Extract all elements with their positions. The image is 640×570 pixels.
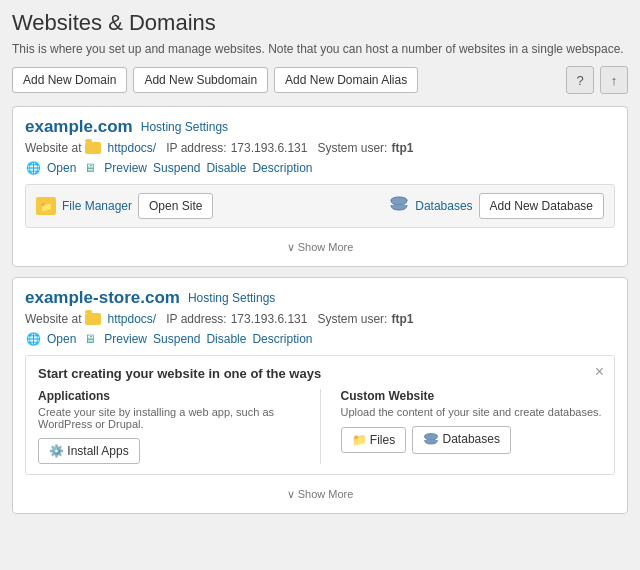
domain-header-2: example-store.com Hosting Settings [25,288,615,308]
ip-value-2: 173.193.6.131 [231,312,308,326]
custom-desc: Upload the content of your site and crea… [341,406,603,418]
help-icon: ? [576,73,583,88]
preview-link[interactable]: Preview [104,161,147,175]
add-domain-button[interactable]: Add New Domain [12,67,127,93]
install-apps-label: Install Apps [67,444,128,458]
suspend-link-2[interactable]: Suspend [153,332,200,346]
domain-actions: 🌐 Open 🖥 Preview Suspend Disable Descrip… [25,160,615,176]
create-website-box: Start creating your website in one of th… [25,355,615,475]
custom-db-icon [423,432,442,446]
custom-databases-button[interactable]: Databases [412,426,511,454]
ip-value: 173.193.6.131 [231,141,308,155]
show-more-2[interactable]: ∨ Show More [25,483,615,503]
toolbar: Add New Domain Add New Subdomain Add New… [12,66,628,94]
ip-label-2: IP address: [166,312,226,326]
preview-icon: 🖥 [82,160,98,176]
system-user-label: System user: [317,141,387,155]
databases-link[interactable]: Databases [415,199,472,213]
preview-icon-2: 🖥 [82,331,98,347]
close-create-website-button[interactable]: × [595,364,604,380]
hosting-settings-link-2[interactable]: Hosting Settings [188,291,275,305]
add-alias-button[interactable]: Add New Domain Alias [274,67,418,93]
column-separator [320,389,321,464]
domain-name-link[interactable]: example.com [25,117,133,137]
domain-name-link-2[interactable]: example-store.com [25,288,180,308]
system-user-value-2: ftp1 [391,312,413,326]
custom-actions: 📁 Files Databases [341,426,603,454]
suspend-link[interactable]: Suspend [153,161,200,175]
file-manager-icon: 📁 [36,197,56,215]
add-subdomain-button[interactable]: Add New Subdomain [133,67,268,93]
system-user-label-2: System user: [317,312,387,326]
applications-desc: Create your site by installing a web app… [38,406,300,430]
install-apps-button[interactable]: ⚙️ Install Apps [38,438,140,464]
domain-card-example-store: example-store.com Hosting Settings Websi… [12,277,628,514]
domain-info: Website at httpdocs/ IP address: 173.193… [25,141,615,155]
description-link-2[interactable]: Description [252,332,312,346]
applications-title: Applications [38,389,300,403]
preview-link-2[interactable]: Preview [104,332,147,346]
tools-left: 📁 File Manager Open Site [36,193,381,219]
show-more-1[interactable]: ∨ Show More [25,236,615,256]
show-more-label-1: ∨ Show More [287,241,354,253]
db-icon [389,195,409,218]
create-columns: Applications Create your site by install… [38,389,602,464]
domain-actions-2: 🌐 Open 🖥 Preview Suspend Disable Descrip… [25,331,615,347]
hosting-settings-link[interactable]: Hosting Settings [141,120,228,134]
applications-actions: ⚙️ Install Apps [38,438,300,464]
disable-link-2[interactable]: Disable [206,332,246,346]
custom-website-col: Custom Website Upload the content of you… [341,389,603,464]
website-at-label: Website at [25,141,81,155]
files-button[interactable]: 📁 Files [341,427,407,453]
open-link[interactable]: Open [47,161,76,175]
domain-card-example-com: example.com Hosting Settings Website at … [12,106,628,267]
domain-header: example.com Hosting Settings [25,117,615,137]
gear-icon: ⚙️ [49,444,64,458]
add-database-button[interactable]: Add New Database [479,193,604,219]
folder-icon [85,142,101,154]
globe-icon-2: 🌐 [25,331,41,347]
disable-link[interactable]: Disable [206,161,246,175]
page-description: This is where you set up and manage webs… [12,42,628,56]
domain-tools: 📁 File Manager Open Site Databases Add N… [25,184,615,228]
files-label: Files [370,433,395,447]
files-folder-icon: 📁 [352,433,367,447]
ip-label: IP address: [166,141,226,155]
httpdocs-link[interactable]: httpdocs/ [107,141,156,155]
page-title: Websites & Domains [12,10,628,36]
system-user-value: ftp1 [391,141,413,155]
open-site-button[interactable]: Open Site [138,193,213,219]
custom-databases-label: Databases [443,432,500,446]
custom-title: Custom Website [341,389,603,403]
hosting-label: Hosting Settings [141,120,228,134]
description-link[interactable]: Description [252,161,312,175]
help-button[interactable]: ? [566,66,594,94]
tools-right: Databases Add New Database [389,193,604,219]
globe-icon: 🌐 [25,160,41,176]
website-at-label-2: Website at [25,312,81,326]
domain-info-2: Website at httpdocs/ IP address: 173.193… [25,312,615,326]
file-manager-link[interactable]: File Manager [62,199,132,213]
create-website-title: Start creating your website in one of th… [38,366,602,381]
navigate-button[interactable]: ↑ [600,66,628,94]
httpdocs-link-2[interactable]: httpdocs/ [107,312,156,326]
arrow-icon: ↑ [611,73,618,88]
open-link-2[interactable]: Open [47,332,76,346]
hosting-label-2: Hosting Settings [188,291,275,305]
show-more-label-2: ∨ Show More [287,488,354,500]
folder-icon-2 [85,313,101,325]
applications-col: Applications Create your site by install… [38,389,300,464]
